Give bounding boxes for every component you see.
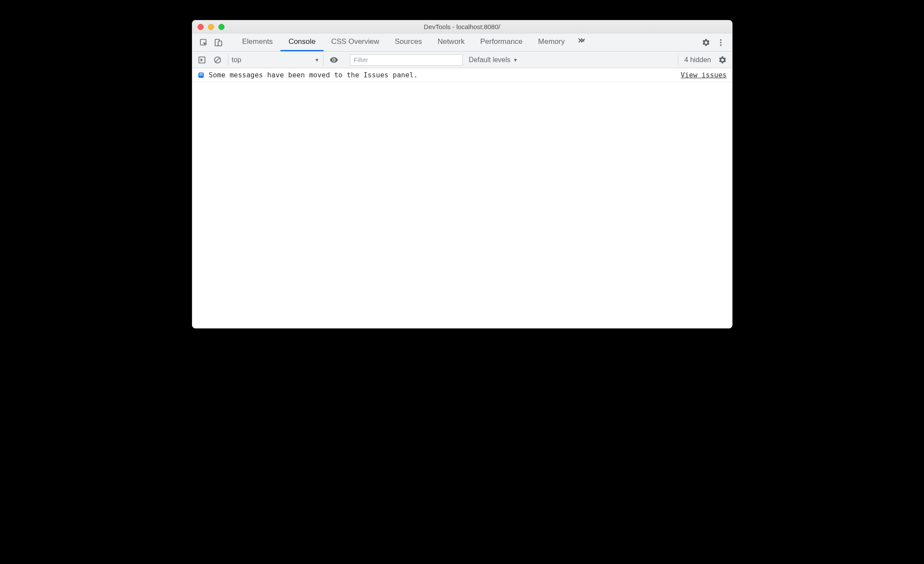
kebab-menu-icon[interactable]	[714, 36, 728, 50]
hidden-messages-count[interactable]: 4 hidden	[678, 55, 713, 65]
panel-tabstrip: Elements Console CSS Overview Sources Ne…	[192, 33, 732, 52]
tab-performance[interactable]: Performance	[472, 33, 530, 51]
window-title: DevTools - localhost:8080/	[424, 23, 500, 30]
chevron-down-icon: ▼	[513, 57, 518, 63]
svg-rect-10	[199, 75, 203, 76]
tab-elements[interactable]: Elements	[234, 33, 281, 51]
chevron-down-icon: ▼	[315, 57, 320, 63]
inspect-element-icon[interactable]	[197, 36, 211, 50]
more-tabs-icon[interactable]	[573, 33, 590, 47]
console-toolbar: top ▼ Default levels ▼ 4 hidden	[192, 52, 732, 68]
minimize-window-button[interactable]	[208, 24, 214, 30]
svg-point-5	[720, 44, 722, 46]
window-titlebar: DevTools - localhost:8080/	[192, 20, 732, 33]
issues-banner-text: Some messages have been moved to the Iss…	[209, 71, 418, 79]
panel-tabs: Elements Console CSS Overview Sources Ne…	[234, 33, 590, 51]
filter-input[interactable]	[350, 54, 463, 66]
zoom-window-button[interactable]	[218, 24, 224, 30]
issues-banner: Some messages have been moved to the Iss…	[192, 68, 732, 82]
execution-context-select[interactable]: top ▼	[228, 54, 323, 66]
device-toolbar-icon[interactable]	[211, 36, 225, 50]
svg-point-3	[720, 39, 722, 41]
traffic-lights	[198, 24, 224, 30]
console-settings-icon[interactable]	[716, 53, 729, 67]
tab-network[interactable]: Network	[430, 33, 472, 51]
tab-console[interactable]: Console	[280, 33, 323, 51]
toggle-sidebar-icon[interactable]	[195, 53, 209, 67]
context-value: top	[232, 56, 241, 64]
svg-rect-2	[218, 41, 221, 46]
settings-icon[interactable]	[699, 36, 713, 50]
console-output[interactable]	[192, 82, 732, 328]
tab-css-overview[interactable]: CSS Overview	[323, 33, 387, 51]
view-issues-link[interactable]: View issues	[681, 71, 727, 79]
clear-console-icon[interactable]	[211, 53, 224, 67]
levels-value: Default levels	[469, 56, 511, 64]
tab-sources[interactable]: Sources	[387, 33, 429, 51]
close-window-button[interactable]	[198, 24, 204, 30]
devtools-window: DevTools - localhost:8080/ Elements Cons…	[192, 20, 733, 328]
log-levels-select[interactable]: Default levels ▼	[465, 54, 522, 66]
issues-icon	[198, 72, 205, 79]
live-expression-icon[interactable]	[327, 53, 341, 67]
svg-rect-9	[199, 73, 203, 74]
svg-point-4	[720, 42, 722, 43]
tab-memory[interactable]: Memory	[530, 33, 572, 51]
